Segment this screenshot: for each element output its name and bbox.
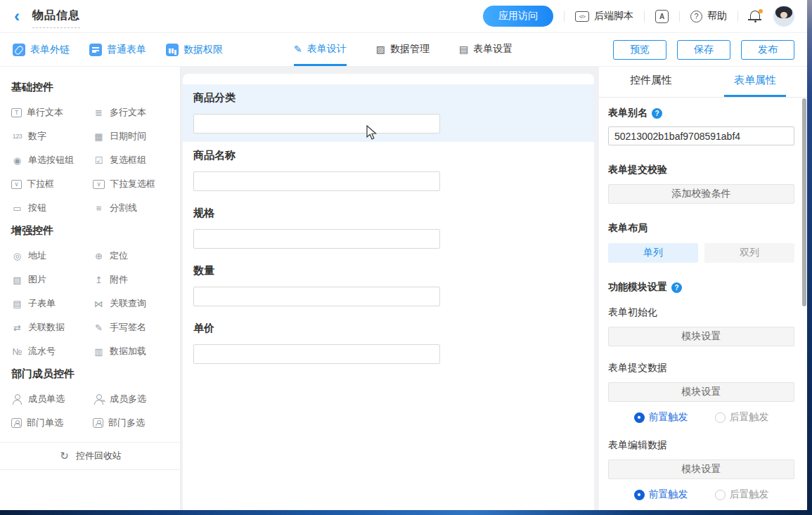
canvas-field-unit-price[interactable]: 单价: [183, 315, 594, 372]
serial-number-icon: №: [11, 346, 23, 357]
panel-scrollbar-thumb[interactable]: [802, 98, 806, 306]
properties-panel: 控件属性 表单属性 表单别名 ? 表单提交校验 添加校验条件 表单布局 单列 双…: [599, 67, 807, 510]
normal-form-button[interactable]: 普通表单: [89, 44, 146, 56]
help-button[interactable]: ? 帮助: [690, 10, 727, 22]
form-init-module-button[interactable]: 模块设置: [608, 327, 794, 346]
sidebar-item-number[interactable]: 123 数字: [11, 124, 93, 148]
sidebar-item-serial-number[interactable]: № 流水号: [11, 339, 93, 363]
layout-single-column-button[interactable]: 单列: [608, 243, 698, 263]
canvas-field-product-name[interactable]: 商品名称: [183, 142, 594, 200]
widget-recycle-bin[interactable]: ↻ 控件回收站: [0, 442, 180, 470]
form-submit-data-label: 表单提交数据: [608, 362, 794, 374]
subform-table-icon: ▤: [11, 299, 23, 309]
module-settings-title: 功能模块设置 ?: [608, 281, 794, 294]
sidebar-item-data-load[interactable]: ▥ 数据加载: [93, 339, 173, 363]
people-icon: [93, 393, 105, 405]
tab-data-management[interactable]: ▨ 数据管理: [376, 33, 430, 66]
tab-form-design[interactable]: ✎ 表单设计: [294, 33, 347, 66]
submit-pre-trigger-radio[interactable]: 前置触发: [634, 411, 688, 424]
add-validation-button[interactable]: 添加校验条件: [608, 184, 794, 204]
view-tabs: ✎ 表单设计 ▨ 数据管理 ▤ 表单设置: [294, 33, 513, 66]
radio-selected-icon: [634, 412, 645, 423]
spec-input[interactable]: [193, 229, 440, 249]
save-button[interactable]: 保存: [677, 40, 730, 60]
sidebar-item-attachment[interactable]: ↥ 附件: [93, 268, 173, 292]
form-toolbar: 表单外链 普通表单 数据权限 ✎ 表单设计 ▨ 数据管理 ▤ 表单设置: [0, 33, 807, 67]
submit-post-trigger-radio[interactable]: 后置触发: [715, 411, 769, 424]
help-circle-icon[interactable]: ?: [652, 108, 662, 119]
calendar-icon: ▦: [93, 131, 105, 142]
divider: [644, 11, 645, 22]
question-circle-icon: ?: [690, 11, 702, 22]
canvas-field-product-category[interactable]: 商品分类: [183, 84, 594, 142]
sidebar-item-divider-line[interactable]: ≡ 分割线: [93, 196, 173, 220]
sidebar-item-radio-group[interactable]: ◉ 单选按钮组: [11, 148, 93, 172]
sidebar-item-checkbox-group[interactable]: ☑ 复选框组: [93, 148, 173, 172]
form-alias-input[interactable]: [608, 126, 794, 145]
main-area: 基础控件 T 单行文本 ≣ 多行文本 123 数字 ▦ 日期时间: [0, 67, 807, 510]
form-canvas: 商品分类 商品名称 规格 数量 单价: [183, 74, 594, 510]
page-title: 物品信息: [32, 9, 80, 21]
form-external-link-button[interactable]: 表单外链: [13, 44, 70, 56]
form-submit-module-button[interactable]: 模块设置: [608, 382, 794, 402]
canvas-field-spec[interactable]: 规格: [183, 200, 594, 257]
layout-double-column-button[interactable]: 双列: [704, 243, 794, 263]
sidebar-item-button[interactable]: ▭ 按钮: [11, 196, 93, 220]
divider-line-icon: ≡: [93, 203, 105, 214]
unit-price-input[interactable]: [193, 344, 440, 364]
translate-icon[interactable]: A: [655, 10, 669, 23]
radio-unselected-icon: [715, 490, 726, 500]
sidebar-item-datetime[interactable]: ▦ 日期时间: [93, 124, 173, 148]
backend-script-button[interactable]: </> 后端脚本: [575, 10, 633, 22]
section-dept-member-widgets: 部门成员控件: [11, 367, 173, 387]
sidebar-item-multi-dropdown[interactable]: ∨ 下拉复选框: [93, 172, 173, 196]
sidebar-item-geolocation[interactable]: ⊕ 定位: [93, 244, 173, 268]
sidebar-item-dropdown[interactable]: ∨ 下拉框: [11, 172, 93, 196]
divider: [679, 11, 680, 22]
link-icon: [13, 44, 25, 56]
back-button[interactable]: ‹: [10, 9, 24, 23]
doc-gear-icon: ▤: [459, 44, 468, 55]
department-icon: [11, 418, 22, 428]
product-name-input[interactable]: [193, 171, 440, 191]
edit-pre-trigger-radio[interactable]: 前置触发: [634, 488, 688, 501]
edit-post-trigger-radio[interactable]: 后置触发: [715, 488, 769, 501]
form-edit-module-button[interactable]: 模块设置: [608, 459, 794, 479]
sidebar-item-image[interactable]: ▧ 图片: [11, 268, 93, 292]
sidebar-item-relation-data[interactable]: ⇄ 关联数据: [11, 315, 93, 339]
sidebar-item-address[interactable]: ◎ 地址: [11, 244, 93, 268]
tab-form-properties[interactable]: 表单属性: [703, 67, 807, 97]
sidebar-item-dept-single[interactable]: 部门单选: [11, 411, 93, 435]
user-avatar[interactable]: [773, 6, 794, 27]
data-permission-button[interactable]: 数据权限: [166, 44, 223, 56]
text-icon: T: [11, 108, 22, 117]
product-category-input[interactable]: [193, 114, 440, 133]
preview-button[interactable]: 预览: [613, 40, 666, 60]
sidebar-item-member-single[interactable]: 成员单选: [11, 387, 93, 411]
sidebar-item-dept-multi[interactable]: 部门多选: [93, 411, 173, 435]
sidebar-item-signature[interactable]: ✎ 手写签名: [93, 315, 173, 339]
tab-form-settings[interactable]: ▤ 表单设置: [459, 33, 513, 66]
publish-button[interactable]: 发布: [741, 40, 794, 60]
sidebar-item-member-multi[interactable]: 成员多选: [93, 387, 173, 411]
sidebar-item-single-line-text[interactable]: T 单行文本: [11, 100, 93, 124]
canvas-field-quantity[interactable]: 数量: [183, 257, 594, 315]
help-circle-icon[interactable]: ?: [671, 282, 682, 293]
app-access-button[interactable]: 应用访问: [483, 6, 553, 27]
sidebar-item-relation-query[interactable]: ⋈ 关联查询: [93, 292, 173, 315]
sidebar-item-subform[interactable]: ▤ 子表单: [11, 292, 93, 315]
image-icon: ▧: [11, 275, 23, 285]
form-edit-data-label: 表单编辑数据: [608, 439, 794, 452]
notification-dot: [759, 9, 763, 13]
section-enhanced-widgets: 增强控件: [11, 224, 173, 244]
notification-bell-icon[interactable]: [749, 10, 763, 24]
upload-icon: ↥: [93, 275, 105, 285]
quantity-input[interactable]: [193, 287, 440, 306]
checkbox-icon: ☑: [93, 155, 105, 166]
tab-widget-properties[interactable]: 控件属性: [599, 67, 703, 97]
person-icon: [11, 393, 23, 405]
radio-selected-icon: [634, 490, 645, 500]
sidebar-item-multi-line-text[interactable]: ≣ 多行文本: [93, 100, 173, 124]
form-title-editable[interactable]: 物品信息: [32, 8, 80, 28]
relation-data-icon: ⇄: [11, 322, 23, 333]
